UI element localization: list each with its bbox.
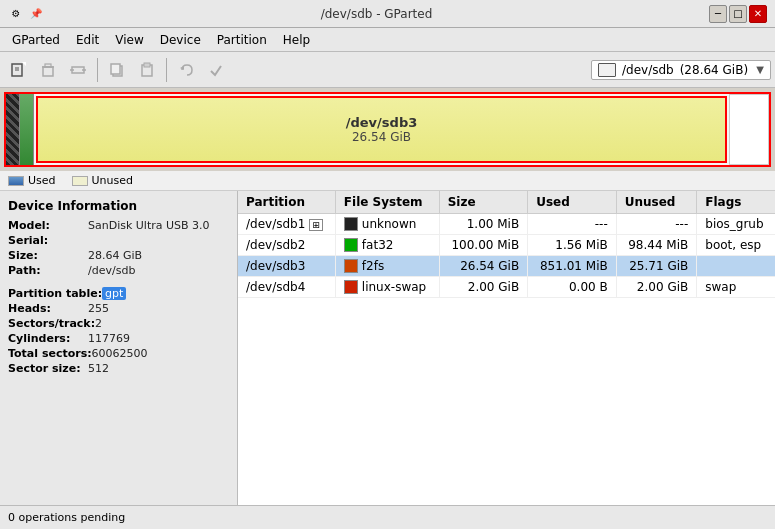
disk-part-bios[interactable]: [6, 94, 20, 165]
main-content: Device Information Model: SanDisk Ultra …: [0, 191, 775, 505]
cylinders-value: 117769: [88, 332, 130, 345]
used-color-box: [8, 176, 24, 186]
window-controls: ─ □ ✕: [709, 5, 767, 23]
svg-rect-13: [144, 63, 150, 67]
cell-used: ---: [528, 214, 617, 235]
resize-button[interactable]: [64, 56, 92, 84]
col-unused: Unused: [616, 191, 697, 214]
path-row: Path: /dev/sdb: [8, 264, 229, 277]
col-partition: Partition: [238, 191, 335, 214]
disk-part-fat32[interactable]: [20, 94, 34, 165]
model-row: Model: SanDisk Ultra USB 3.0: [8, 219, 229, 232]
app-icon: ⚙: [8, 6, 24, 22]
col-flags: Flags: [697, 191, 775, 214]
titlebar: ⚙ 📌 /dev/sdb - GParted ─ □ ✕: [0, 0, 775, 28]
copy-button[interactable]: [103, 56, 131, 84]
cell-size: 1.00 MiB: [439, 214, 528, 235]
undo-button[interactable]: [172, 56, 200, 84]
device-path: /dev/sdb: [622, 63, 674, 77]
dropdown-arrow: ▼: [756, 64, 764, 75]
cell-unused: 98.44 MiB: [616, 235, 697, 256]
menu-partition[interactable]: Partition: [209, 31, 275, 49]
operations-pending: 0 operations pending: [8, 511, 125, 524]
titlebar-app-icons: ⚙ 📌: [8, 6, 44, 22]
cell-flags: swap: [697, 277, 775, 298]
toolbar: /dev/sdb (28.64 GiB) ▼: [0, 52, 775, 88]
total-sectors-row: Total sectors: 60062500: [8, 347, 229, 360]
cell-size: 100.00 MiB: [439, 235, 528, 256]
cell-unused: ---: [616, 214, 697, 235]
total-sectors-value: 60062500: [92, 347, 148, 360]
legend-used: Used: [8, 174, 56, 187]
cell-flags: [697, 256, 775, 277]
col-size: Size: [439, 191, 528, 214]
table-row[interactable]: /dev/sdb3f2fs26.54 GiB851.01 MiB25.71 Gi…: [238, 256, 775, 277]
disk-part-main[interactable]: /dev/sdb3 26.54 GiB: [36, 96, 727, 163]
delete-button[interactable]: [34, 56, 62, 84]
partition-table-row: Partition table: gpt: [8, 287, 229, 300]
svg-rect-6: [45, 64, 51, 67]
sectors-track-label: Sectors/track:: [8, 317, 95, 330]
cell-unused: 25.71 GiB: [616, 256, 697, 277]
cell-partition: /dev/sdb3: [238, 256, 335, 277]
disk-visualization: /dev/sdb3 26.54 GiB: [4, 92, 771, 167]
cell-filesystem: unknown: [335, 214, 439, 235]
cell-size: 26.54 GiB: [439, 256, 528, 277]
device-size: (28.64 GiB): [680, 63, 748, 77]
legend-unused: Unused: [72, 174, 133, 187]
cell-used: 851.01 MiB: [528, 256, 617, 277]
statusbar: 0 operations pending: [0, 505, 775, 529]
col-filesystem: File System: [335, 191, 439, 214]
menu-edit[interactable]: Edit: [68, 31, 107, 49]
cell-filesystem: f2fs: [335, 256, 439, 277]
window-title: /dev/sdb - GParted: [44, 7, 709, 21]
partition-table-value: gpt: [102, 287, 126, 300]
serial-row: Serial:: [8, 234, 229, 247]
cell-partition: /dev/sdb1 ⊞: [238, 214, 335, 235]
serial-label: Serial:: [8, 234, 88, 247]
model-value: SanDisk Ultra USB 3.0: [88, 219, 210, 232]
drive-icon: [598, 63, 616, 77]
cell-filesystem: linux-swap: [335, 277, 439, 298]
apply-button[interactable]: [202, 56, 230, 84]
partition-table-panel: Partition File System Size Used Unused F…: [238, 191, 775, 505]
table-header-row: Partition File System Size Used Unused F…: [238, 191, 775, 214]
table-row[interactable]: /dev/sdb4linux-swap2.00 GiB0.00 B2.00 Gi…: [238, 277, 775, 298]
menu-device[interactable]: Device: [152, 31, 209, 49]
main-partition-size: 26.54 GiB: [352, 130, 411, 144]
main-partition-label: /dev/sdb3: [346, 115, 418, 130]
cell-used: 0.00 B: [528, 277, 617, 298]
menu-gparted[interactable]: GParted: [4, 31, 68, 49]
cell-used: 1.56 MiB: [528, 235, 617, 256]
minimize-button[interactable]: ─: [709, 5, 727, 23]
unused-color-box: [72, 176, 88, 186]
used-label: Used: [28, 174, 56, 187]
paste-button[interactable]: [133, 56, 161, 84]
menu-help[interactable]: Help: [275, 31, 318, 49]
close-button[interactable]: ✕: [749, 5, 767, 23]
menu-view[interactable]: View: [107, 31, 151, 49]
legend-bar: Used Unused: [0, 171, 775, 191]
table-row[interactable]: /dev/sdb2fat32100.00 MiB1.56 MiB98.44 Mi…: [238, 235, 775, 256]
cell-size: 2.00 GiB: [439, 277, 528, 298]
unused-label: Unused: [92, 174, 133, 187]
cell-flags: bios_grub: [697, 214, 775, 235]
cell-flags: boot, esp: [697, 235, 775, 256]
heads-value: 255: [88, 302, 109, 315]
path-label: Path:: [8, 264, 88, 277]
model-label: Model:: [8, 219, 88, 232]
device-selector[interactable]: /dev/sdb (28.64 GiB) ▼: [591, 60, 771, 80]
col-used: Used: [528, 191, 617, 214]
new-button[interactable]: [4, 56, 32, 84]
maximize-button[interactable]: □: [729, 5, 747, 23]
cylinders-row: Cylinders: 117769: [8, 332, 229, 345]
heads-label: Heads:: [8, 302, 88, 315]
cell-filesystem: fat32: [335, 235, 439, 256]
toolbar-separator-1: [97, 58, 98, 82]
size-row: Size: 28.64 GiB: [8, 249, 229, 262]
disk-part-swap[interactable]: [729, 94, 769, 165]
cell-partition: /dev/sdb2: [238, 235, 335, 256]
cell-partition: /dev/sdb4: [238, 277, 335, 298]
table-row[interactable]: /dev/sdb1 ⊞unknown1.00 MiB------bios_gru…: [238, 214, 775, 235]
total-sectors-label: Total sectors:: [8, 347, 92, 360]
